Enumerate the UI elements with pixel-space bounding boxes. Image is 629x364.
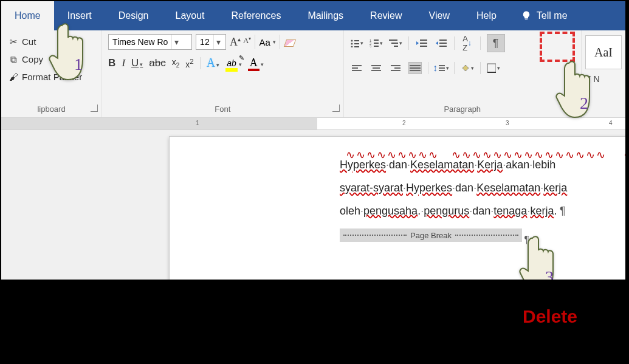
pilcrow-icon: ¶ [524,230,529,250]
font-group-label: Font [102,102,343,117]
document-page[interactable]: ∿∿∿∿∿∿∿∿∿ ∿∿∿∿∿∿∿∿∿∿∿∿∿∿∿ ∿∿∿∿∿∿∿∿∿∿∿ ∿∿… [169,136,627,281]
callout-number-1: 1 [74,55,83,74]
svg-rect-16 [420,43,427,44]
page-break-marker[interactable]: Page Break ¶ [340,228,522,242]
grow-font-button[interactable]: A▴ [230,36,241,49]
doc-line-3: oleh·pengusaha.·pengurus·dan·tenaga·kerj… [340,200,625,223]
clear-formatting-button[interactable] [284,37,296,47]
tab-insert[interactable]: Insert [54,1,105,30]
page-break-label: Page Break [410,227,452,244]
tab-design[interactable]: Design [105,1,162,30]
justify-button[interactable] [408,62,422,74]
font-launcher-icon[interactable] [332,105,340,112]
group-paragraph: ▾ 123▾ ▾ AZ↓ ¶ ↕▾ [344,30,582,117]
word-window: Home Insert Design Layout References Mai… [0,0,627,281]
sort-button[interactable]: AZ↓ [461,37,474,49]
copy-label: Copy [22,54,43,64]
numbering-button[interactable]: 123▾ [369,37,383,49]
ribbon-tabs: Home Insert Design Layout References Mai… [1,1,625,30]
increase-indent-button[interactable] [435,37,448,49]
tab-mailings[interactable]: Mailings [294,1,357,30]
highlight-button[interactable]: ab✎▾ [225,58,242,69]
svg-rect-13 [391,43,398,44]
group-clipboard: ✂ Cut ⧉ Copy 🖌 Format Painter lipboard [1,30,102,117]
svg-rect-17 [420,46,427,47]
callout-number-3: 3 [545,267,554,281]
font-size-combo[interactable]: 12 ▾ [196,34,226,50]
svg-point-2 [351,43,352,45]
font-color-button[interactable]: A▾ [248,57,264,69]
svg-point-0 [351,40,352,42]
clipboard-launcher-icon[interactable] [91,105,98,112]
ribbon: ✂ Cut ⧉ Copy 🖌 Format Painter lipboard [1,30,625,118]
font-name-value: Times New Ro [109,37,171,47]
tab-references[interactable]: References [218,1,295,30]
strikethrough-button[interactable]: abc [149,57,165,69]
multilevel-list-button[interactable]: ▾ [389,37,402,49]
svg-rect-20 [439,46,447,47]
top-wavy-marks: ∿∿∿∿∿∿∿∿∿ ∿∿∿∿∿∿∿∿∿∿∿∿∿∿∿ ∿∿∿∿∿∿∿∿∿∿∿ ∿∿… [346,144,627,150]
clipboard-group-label: lipboard [1,102,101,117]
svg-rect-21 [487,64,496,72]
italic-button[interactable]: I [122,57,125,69]
document-area: ∿∿∿∿∿∿∿∿∿ ∿∿∿∿∿∿∿∿∿∿∿∿∿∿∿ ∿∿∿∿∿∿∿∿∿∿∿ ∿∿… [1,130,625,281]
style-preview-normal[interactable]: AaI [585,35,622,69]
cut-label: Cut [22,36,36,47]
svg-rect-3 [354,43,359,44]
tab-home[interactable]: Home [1,1,54,30]
ruler-mark-1: 1 [196,120,199,126]
format-painter-label: Format Painter [22,72,82,82]
copy-icon: ⧉ [9,55,18,64]
svg-rect-19 [439,43,447,44]
tab-help[interactable]: Help [463,1,510,30]
svg-rect-15 [420,39,427,41]
svg-text:3: 3 [369,45,372,47]
chevron-down-icon: ▾ [171,35,181,49]
lightbulb-icon [521,10,532,21]
svg-rect-18 [439,39,447,41]
tab-layout[interactable]: Layout [162,1,218,30]
paintbrush-icon: 🖌 [9,72,18,82]
subscript-button[interactable]: x2 [172,57,180,69]
decrease-indent-button[interactable] [415,37,428,49]
align-right-button[interactable] [389,62,402,74]
doc-line-2: syarat-syarat·Hyperkes·dan·Keselamatan·k… [340,177,625,200]
bold-button[interactable]: B [108,57,115,69]
shading-button[interactable]: ▾ [461,62,474,74]
ruler-mark-3: 3 [506,120,509,126]
text-effects-button[interactable]: A▾ [207,56,219,70]
cut-button[interactable]: ✂ Cut [7,34,95,49]
svg-rect-7 [374,39,379,41]
align-center-button[interactable] [369,62,383,74]
align-left-button[interactable] [350,62,363,74]
underline-button[interactable]: U▾ [131,57,143,69]
svg-rect-5 [354,46,359,47]
tell-me-label: Tell me [537,10,568,21]
change-case-button[interactable]: Aa▾ [259,37,275,47]
font-name-combo[interactable]: Times New Ro ▾ [108,34,192,50]
svg-rect-14 [394,46,398,47]
svg-rect-9 [374,43,379,44]
horizontal-ruler[interactable]: 1 2 3 4 [1,118,625,130]
group-font: Times New Ro ▾ 12 ▾ A▴ A▾ Aa▾ [102,30,343,117]
tab-review[interactable]: Review [357,1,415,30]
ruler-mark-2: 2 [402,120,406,126]
line-spacing-button[interactable]: ↕▾ [435,62,448,74]
show-hide-pilcrow-button[interactable]: ¶ [487,34,505,52]
delete-annotation: Delete [523,306,577,327]
svg-rect-11 [374,46,379,47]
svg-point-4 [351,46,352,48]
paragraph-group-label: Paragraph [344,102,581,117]
tab-view[interactable]: View [416,1,463,30]
bullets-button[interactable]: ▾ [350,37,363,49]
borders-button[interactable]: ▾ [487,62,500,74]
svg-rect-12 [389,39,397,41]
callout-number-2: 2 [580,94,588,113]
style-preview-secondary[interactable]: ¶ N [582,74,625,84]
scissors-icon: ✂ [9,37,18,47]
shrink-font-button[interactable]: A▾ [243,36,251,49]
tell-me[interactable]: Tell me [510,1,574,30]
superscript-button[interactable]: x2 [185,57,193,69]
svg-rect-1 [354,40,359,41]
ruler-mark-4: 4 [609,120,613,126]
